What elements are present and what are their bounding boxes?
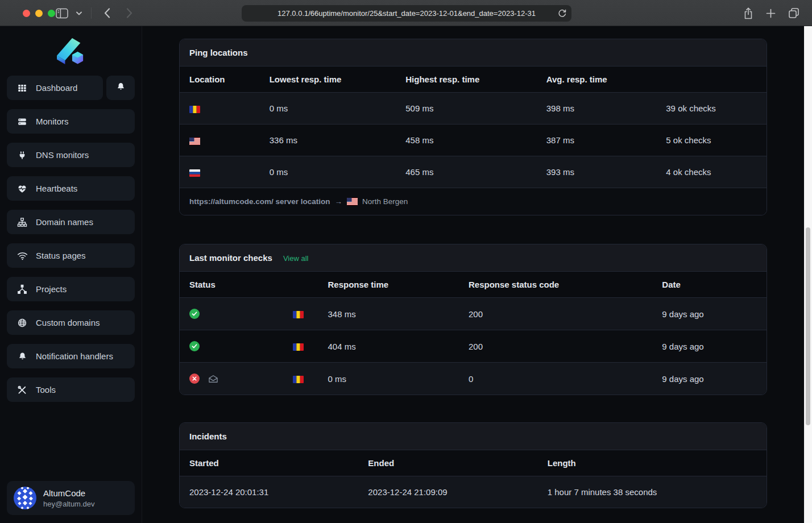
column-header: Location	[189, 67, 270, 92]
server-location-value: North Bergen	[362, 197, 408, 206]
scrollbar-thumb[interactable]	[806, 227, 810, 425]
sidebar-item-dashboard[interactable]: Dashboard	[7, 76, 103, 100]
column-header: Lowest resp. time	[270, 67, 406, 92]
sidebar: Dashboard Monitors	[0, 26, 142, 523]
wifi-icon	[16, 251, 28, 260]
sidebar-item-label: Domain names	[36, 217, 93, 227]
check-date: 9 days ago	[662, 363, 757, 395]
sidebar-item-projects[interactable]: Projects	[7, 277, 135, 301]
romania-flag-icon	[293, 311, 304, 318]
column-header: Status	[189, 272, 328, 297]
sidebar-item-monitors[interactable]: Monitors	[7, 109, 135, 134]
romania-flag-icon	[189, 106, 200, 113]
russia-flag-icon	[189, 169, 200, 177]
usa-flag-icon	[347, 198, 358, 205]
tools-icon	[16, 385, 28, 395]
reload-icon[interactable]	[558, 9, 566, 19]
lowest-resp-time: 0 ms	[270, 93, 406, 124]
highest-resp-time: 465 ms	[405, 156, 546, 188]
server-location-label: https://altumcode.com/ server location	[189, 197, 330, 206]
incident-started: 2023-12-24 20:01:31	[189, 476, 368, 508]
view-all-link[interactable]: View all	[283, 254, 309, 263]
back-button-icon[interactable]	[104, 8, 110, 18]
table-row: 0 ms 0 9 days ago	[180, 363, 767, 395]
sidebar-item-label: Status pages	[36, 251, 86, 260]
bell-icon	[16, 351, 28, 362]
minimize-window-button[interactable]	[35, 10, 43, 17]
avg-resp-time: 387 ms	[546, 124, 666, 156]
sidebar-item-dns-monitors[interactable]: DNS monitors	[7, 143, 135, 167]
new-tab-icon[interactable]	[766, 9, 776, 18]
notification-sent-envelope-icon	[208, 375, 218, 383]
sidebar-item-custom-domains[interactable]: Custom domains	[7, 310, 135, 335]
bell-icon	[116, 81, 126, 94]
sidebar-item-label: Heartbeats	[36, 184, 77, 193]
avatar	[14, 487, 36, 509]
close-window-button[interactable]	[23, 10, 30, 17]
table-row: 0 ms 465 ms 393 ms 4 ok checks	[180, 156, 767, 188]
user-account-card[interactable]: AltumCode hey@altum.dev	[7, 481, 135, 515]
incidents-table-header: Started Ended Length	[180, 450, 767, 476]
avg-resp-time: 393 ms	[546, 156, 666, 188]
sidebar-item-label: Custom domains	[36, 318, 100, 327]
response-time: 404 ms	[328, 331, 469, 362]
card-title: Incidents	[189, 431, 227, 441]
incident-length: 1 hour 7 minutes 38 seconds	[548, 476, 757, 508]
notifications-button[interactable]	[106, 76, 135, 100]
incident-ended: 2023-12-24 21:09:09	[368, 476, 547, 508]
column-header	[666, 67, 757, 92]
chevron-down-icon[interactable]	[76, 11, 82, 15]
lowest-resp-time: 0 ms	[270, 156, 406, 188]
sidebar-item-status-pages[interactable]: Status pages	[7, 243, 135, 268]
ping-table-header: Location Lowest resp. time Highest resp.…	[180, 67, 767, 93]
lowest-resp-time: 336 ms	[270, 124, 406, 156]
ok-checks: 5 ok checks	[666, 124, 757, 156]
network-nodes-icon	[16, 284, 28, 294]
highest-resp-time: 509 ms	[405, 93, 546, 124]
scrollbar-track[interactable]	[804, 26, 812, 523]
sidebar-item-label: Monitors	[36, 117, 69, 126]
share-icon[interactable]	[743, 7, 753, 19]
check-date: 9 days ago	[662, 331, 757, 362]
sidebar-item-label: Projects	[36, 284, 67, 294]
sidebar-item-heartbeats[interactable]: Heartbeats	[7, 176, 135, 201]
status-ok-icon	[189, 309, 200, 319]
url-text: 127.0.0.1/66uptime/monitor/25&start_date…	[277, 9, 536, 18]
status-error-icon	[189, 373, 200, 384]
incidents-card: Incidents Started Ended Length 2023-12-2…	[179, 422, 767, 508]
card-title: Ping locations	[189, 48, 248, 57]
server-icon	[16, 117, 28, 127]
response-time: 0 ms	[328, 363, 469, 395]
sidebar-item-tools[interactable]: Tools	[7, 377, 135, 402]
table-row: 2023-12-24 20:01:31 2023-12-24 21:09:09 …	[180, 476, 767, 508]
table-row: 404 ms 200 9 days ago	[180, 330, 767, 363]
user-name: AltumCode	[43, 488, 95, 498]
browser-toolbar: 127.0.0.1/66uptime/monitor/25&start_date…	[0, 0, 812, 26]
column-header: Length	[548, 450, 757, 476]
avg-resp-time: 398 ms	[546, 93, 666, 124]
sidebar-toggle-icon[interactable]	[56, 8, 68, 19]
dashboard-grid-icon	[16, 83, 28, 93]
sidebar-item-domain-names[interactable]: Domain names	[7, 210, 135, 234]
column-header: Highest resp. time	[405, 67, 546, 92]
zoom-window-button[interactable]	[48, 10, 55, 17]
address-bar[interactable]: 127.0.0.1/66uptime/monitor/25&start_date…	[242, 5, 571, 22]
tab-overview-icon[interactable]	[788, 7, 799, 19]
window-controls	[23, 10, 55, 17]
checks-table-header: Status Response time Response status cod…	[180, 272, 767, 298]
plug-icon	[16, 150, 28, 160]
altumcode-logo[interactable]	[7, 26, 135, 76]
status-ok-icon	[189, 341, 200, 351]
column-header: Date	[662, 272, 757, 297]
forward-button-icon[interactable]	[126, 8, 132, 18]
romania-flag-icon	[293, 376, 304, 383]
check-date: 9 days ago	[662, 298, 757, 330]
ok-checks: 4 ok checks	[666, 156, 757, 188]
sidebar-item-label: Dashboard	[36, 83, 77, 93]
sidebar-item-notification-handlers[interactable]: Notification handlers	[7, 344, 135, 368]
table-row: 0 ms 509 ms 398 ms 39 ok checks	[180, 93, 767, 124]
sidebar-item-label: Tools	[36, 385, 56, 395]
column-header: Ended	[368, 450, 547, 476]
column-header: Avg. resp. time	[546, 67, 666, 92]
user-email: hey@altum.dev	[43, 500, 95, 508]
